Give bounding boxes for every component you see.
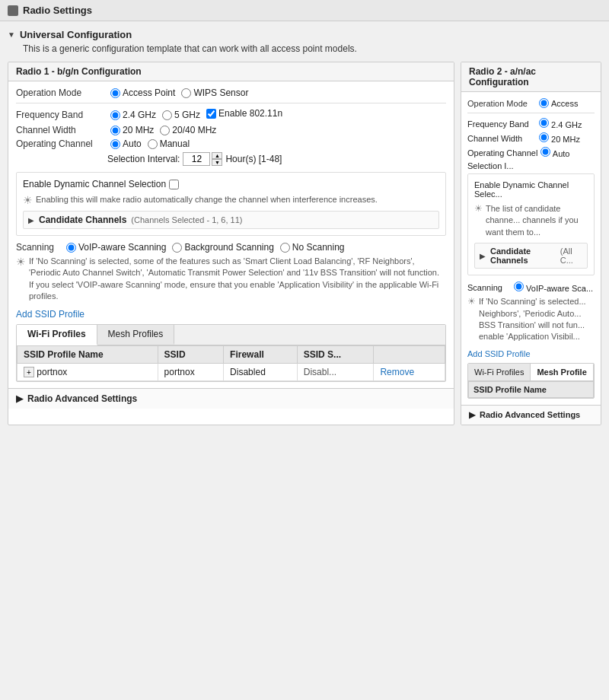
radio2-20mhz-radio[interactable] xyxy=(539,132,549,142)
radio2-access-label: Access xyxy=(551,99,578,108)
radio1-freq-band-label: Frequency Band xyxy=(16,110,107,120)
radio2-selection-interval-row: Selection I... xyxy=(467,161,595,170)
radio1-access-point-radio[interactable] xyxy=(110,88,120,98)
radio1-manual-radio[interactable] xyxy=(148,139,158,149)
radio2-dcs-section: Enable Dynamic Channel Selec... ☀ The li… xyxy=(467,173,595,275)
radio1-2ghz-radio[interactable] xyxy=(110,110,120,120)
radio1-dcs-section: Enable Dynamic Channel Selection ☀ Enabl… xyxy=(16,172,446,236)
radio1-wips-radio[interactable] xyxy=(181,88,191,98)
universal-config-header[interactable]: ▼ Universal Configuration xyxy=(8,29,601,40)
radio1-selection-interval-label: Selection Interval: xyxy=(107,154,180,164)
radio1-scanning-label: Scanning xyxy=(16,242,62,253)
radio2-advanced-settings[interactable]: ▶ Radio Advanced Settings xyxy=(461,405,601,425)
radio1-remove-link[interactable]: Remove xyxy=(380,367,414,377)
radio1-add-ssid-link[interactable]: Add SSID Profile xyxy=(16,309,446,320)
radio2-dcs-hint-icon: ☀ xyxy=(474,203,483,214)
radio1-expand-cell: + portnox xyxy=(18,363,158,381)
radio2-auto-option[interactable]: Auto xyxy=(540,147,569,158)
radio1-no-scanning-radio[interactable] xyxy=(280,243,290,253)
radio1-2040mhz-label: 20/40 MHz xyxy=(172,125,216,135)
radio2-voip-scanning-option[interactable]: VoIP-aware Sca... xyxy=(514,282,593,293)
radio1-no-scanning-label: No Scanning xyxy=(292,242,345,253)
radio1-channel-width-group: 20 MHz 20/40 MHz xyxy=(110,125,216,135)
radio1-selection-interval-input[interactable] xyxy=(183,152,210,166)
radio1-panel-title: Radio 1 - b/g/n Configuration xyxy=(8,62,454,81)
radio1-wifi-profiles-tab[interactable]: Wi-Fi Profiles xyxy=(17,325,97,345)
radio1-wips-option[interactable]: WIPS Sensor xyxy=(181,88,248,98)
radio1-voip-scanning-radio[interactable] xyxy=(66,243,76,253)
radio2-20mhz-option[interactable]: 20 MHz xyxy=(539,132,580,144)
radio1-col-ssids: SSID S... xyxy=(297,345,374,363)
radio1-operating-channel-row: Operating Channel Auto Manual xyxy=(16,138,446,149)
radio1-spinner-down[interactable]: ▼ xyxy=(212,159,222,166)
radio2-2ghz-option[interactable]: 2.4 GHz xyxy=(539,118,582,129)
radio1-dcs-row: Enable Dynamic Channel Selection xyxy=(23,179,439,189)
radio1-background-scanning-option[interactable]: Background Scanning xyxy=(172,242,273,253)
radio1-freq-band-row: Frequency Band 2.4 GHz 5 GHz Enable 8 xyxy=(16,108,446,122)
radio1-5ghz-radio[interactable] xyxy=(162,110,172,120)
window-title: Radio Settings xyxy=(23,5,92,16)
radio1-col-name: SSID Profile Name xyxy=(18,345,158,363)
radio1-20mhz-option[interactable]: 20 MHz xyxy=(110,125,154,135)
radio1-advanced-settings[interactable]: ▶ Radio Advanced Settings xyxy=(8,388,454,409)
radio2-candidate-channels-arrow: ▶ xyxy=(480,252,486,260)
radio1-access-point-option[interactable]: Access Point xyxy=(110,88,175,98)
radio2-2ghz-radio[interactable] xyxy=(539,118,549,128)
radio1-manual-label: Manual xyxy=(160,138,190,149)
radio1-5ghz-option[interactable]: 5 GHz xyxy=(162,110,200,120)
radio1-no-scanning-option[interactable]: No Scanning xyxy=(280,242,345,253)
window-title-bar: Radio Settings xyxy=(0,0,609,21)
radio1-spinner-up[interactable]: ▲ xyxy=(212,152,222,159)
radio1-voip-scanning-option[interactable]: VoIP-aware Scanning xyxy=(66,242,166,253)
radio1-col-ssid: SSID xyxy=(158,345,224,363)
radio1-auto-option[interactable]: Auto xyxy=(110,138,142,149)
radio1-80211n-checkbox[interactable] xyxy=(206,109,216,119)
radio1-col-firewall: Firewall xyxy=(224,345,298,363)
radio1-80211n-option[interactable]: Enable 802.11n xyxy=(206,108,282,119)
radio1-tabs-container: Wi-Fi Profiles Mesh Profiles SSID Profil… xyxy=(16,324,446,383)
radio1-row-firewall: Disabled xyxy=(224,363,298,381)
radio1-dcs-checkbox[interactable] xyxy=(169,180,179,189)
radio1-2040mhz-radio[interactable] xyxy=(160,126,170,135)
universal-config-title: Universal Configuration xyxy=(20,29,132,40)
radio2-table-container: SSID Profile Name xyxy=(468,381,594,398)
radio2-dcs-row: Enable Dynamic Channel Selec... xyxy=(474,180,588,199)
radio2-operation-mode-row: Operation Mode Access xyxy=(467,98,595,108)
radio2-access-option[interactable]: Access xyxy=(539,98,578,108)
radio1-dcs-hint-text: Enabling this will make radio automatica… xyxy=(36,194,378,205)
radio2-candidate-channels[interactable]: ▶ Candidate Channels (All C... xyxy=(474,243,588,269)
radio1-2040mhz-option[interactable]: 20/40 MHz xyxy=(160,125,216,135)
radio1-table-header-row: SSID Profile Name SSID Firewall SSID S..… xyxy=(18,345,445,363)
radio1-2ghz-option[interactable]: 2.4 GHz xyxy=(110,110,156,120)
radio1-scanning-group: VoIP-aware Scanning Background Scanning … xyxy=(66,242,345,253)
radio1-dcs-hint-icon: ☀ xyxy=(23,194,33,206)
radio2-scanning-section: Scanning VoIP-aware Sca... ☀ If 'No Scan… xyxy=(467,282,595,343)
radio2-voip-scanning-radio[interactable] xyxy=(514,282,524,291)
radio1-mesh-profiles-tab[interactable]: Mesh Profiles xyxy=(97,325,175,345)
radio2-advanced-label: Radio Advanced Settings xyxy=(480,410,580,419)
radio1-manual-option[interactable]: Manual xyxy=(148,138,190,149)
radio2-20mhz-label: 20 MHz xyxy=(551,135,580,144)
radio1-20mhz-radio[interactable] xyxy=(110,126,120,135)
radio1-dcs-label: Enable Dynamic Channel Selection xyxy=(23,179,166,189)
radio2-add-ssid-link[interactable]: Add SSID Profile xyxy=(467,349,595,358)
radio1-5ghz-label: 5 GHz xyxy=(174,110,200,120)
radio2-mesh-profile-tab[interactable]: Mesh Profile xyxy=(531,364,593,380)
radio2-wifi-profiles-tab[interactable]: Wi-Fi Profiles xyxy=(468,364,531,380)
radio2-operation-mode-label: Operation Mode xyxy=(467,99,536,108)
radio2-scanning-hint-text: If 'No Scanning' is selected... Neighbor… xyxy=(479,296,595,343)
radio1-channel-width-row: Channel Width 20 MHz 20/40 MHz xyxy=(16,125,446,135)
radio1-80211n-label: Enable 802.11n xyxy=(218,108,282,119)
radio1-access-point-label: Access Point xyxy=(123,88,175,98)
radio1-selection-interval-row: Selection Interval: ▲ ▼ Hour(s) [1-48] xyxy=(16,152,446,166)
radio1-operation-mode-row: Operation Mode Access Point WIPS Sensor xyxy=(16,88,446,98)
radio2-scanning-hint-row: ☀ If 'No Scanning' is selected... Neighb… xyxy=(467,296,595,343)
radio1-candidate-channels[interactable]: ▶ Candidate Channels (Channels Selected … xyxy=(23,211,439,229)
radio1-channel-width-label: Channel Width xyxy=(16,125,107,135)
radio2-access-radio[interactable] xyxy=(539,98,549,108)
radio1-background-scanning-radio[interactable] xyxy=(172,243,182,253)
radio1-scanning-row: Scanning VoIP-aware Scanning Background … xyxy=(16,242,446,253)
radio2-auto-radio[interactable] xyxy=(540,147,550,157)
radio1-auto-radio[interactable] xyxy=(110,139,120,149)
radio1-expand-btn[interactable]: + xyxy=(24,367,34,377)
